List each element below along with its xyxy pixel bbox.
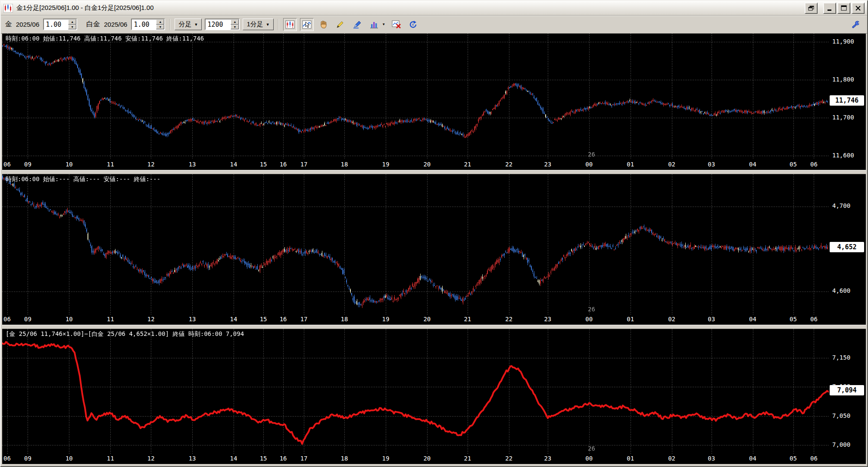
y-axis-label: 7,150 [832,354,850,361]
gold-chart-canvas[interactable] [2,34,829,160]
candle-chart-tool-button[interactable] [283,18,297,31]
x-axis-label: 13 [189,161,196,168]
spread-last-price-badge: 7,094 [830,385,864,395]
y-axis-label: 11,600 [832,152,854,159]
gold-symbol-label: 金 [5,20,12,29]
spinner-down-icon: ▼ [159,25,162,28]
window-title: 金1分足[2025/06]1.00 - 白金1分足[2025/06]1.00 [16,4,805,12]
x-axis-label: 05 [790,316,797,323]
x-axis-label: 00 [585,455,593,462]
pointer-tool-button[interactable] [300,18,314,31]
x-axis-label: 21 [464,161,471,168]
x-axis-label: 19 [382,455,390,462]
interval-label: 1分足 [247,20,263,28]
pencil-tool-button[interactable] [334,18,347,31]
x-axis-label: 22 [505,316,512,323]
x-axis-label: 17 [300,161,308,168]
spread-chart-panel: [金 25/06 11,746×1.00]−[白金 25/06 4,652×1.… [2,329,866,464]
x-axis-label: 04 [749,316,756,323]
bar-type-label: 分足 [178,20,191,28]
bar-chart-tool-button[interactable] [367,18,381,31]
platinum-ohlc-readout: 時刻:06:00 始値:--- 高値:--- 安値:--- 終値:--- [6,176,160,183]
x-axis-label: 11 [107,455,114,462]
bar-chart-dropdown-arrow[interactable]: ▼ [381,18,387,31]
app-icon [3,4,13,13]
gold-y-axis: 11,746 11,90011,80011,70011,600 [829,34,866,170]
x-axis-label: 06 [3,316,11,323]
x-axis-label: 09 [24,161,31,168]
x-axis-label: 16 [280,455,287,462]
x-axis-label: 04 [749,161,756,168]
x-axis-label: 02 [668,455,675,462]
bar-count-up-button[interactable]: ▲ [231,19,239,25]
x-axis-label: 12 [147,316,155,323]
marker-tool-button[interactable] [350,18,364,31]
y-axis-label: 7,000 [832,441,850,448]
x-axis-label: 23 [544,455,551,462]
spread-chart-canvas[interactable] [2,329,829,454]
platinum-plot-area: 時刻:06:00 始値:--- 高値:--- 安値:--- 終値:--- 26 [2,174,829,314]
close-button[interactable] [852,3,865,14]
gold-last-price-badge: 11,746 [830,95,864,106]
x-axis-label: 14 [230,161,237,168]
interval-dropdown[interactable]: 1分足 ▼ [243,19,273,30]
x-axis-label: 02 [668,316,675,323]
x-axis-label: 14 [230,455,237,462]
bar-type-dropdown[interactable]: 分足 ▼ [175,19,202,30]
chart-stack: 時刻:06:00 始値:11,746 高値:11,746 安値:11,746 終… [1,34,867,466]
minimize-button[interactable] [823,3,836,14]
x-axis-label: 22 [505,161,512,168]
spinner-up-icon: ▲ [159,20,162,23]
y-axis-label: 4,600 [832,287,850,294]
x-axis-label: 11 [107,316,114,323]
refresh-button[interactable]: R [406,18,420,31]
hand-tool-button[interactable] [317,18,331,31]
platinum-y-axis: 4,652 4,7004,600 [829,174,866,325]
x-axis-label: 01 [627,161,634,168]
panel-splitter[interactable] [2,325,866,329]
gold-x-axis: 0609101112131415161718192021222300010203… [2,160,829,170]
platinum-x-axis: 0609101112131415161718192021222300010203… [2,314,829,325]
date-marker: 26 [588,445,595,452]
bar-count-input[interactable] [206,19,231,29]
bar-chart-icon [369,20,379,29]
x-axis-label: 03 [708,455,715,462]
gold-multiplier-down-button[interactable]: ▼ [68,25,76,30]
y-axis-label: 7,050 [832,412,850,419]
spinner-down-icon: ▼ [233,25,236,28]
platinum-multiplier-down-button[interactable]: ▼ [156,25,164,30]
maximize-button[interactable] [837,3,850,14]
gold-multiplier-input[interactable] [44,19,68,29]
spinner-up-icon: ▲ [71,20,74,23]
x-axis-label: 04 [749,455,756,462]
x-axis-label: 16 [280,316,287,323]
x-axis-label: 10 [66,316,73,323]
restore-child-window-button[interactable] [805,3,818,14]
chart-delete-icon [392,20,401,29]
x-axis-label: 09 [24,455,31,462]
settings-button[interactable] [849,18,863,31]
x-axis-label: 11 [107,161,114,168]
gold-multiplier-up-button[interactable]: ▲ [68,19,76,25]
app-window: 金1分足[2025/06]1.00 - 白金1分足[2025/06]1.00 金… [0,0,868,467]
titlebar[interactable]: 金1分足[2025/06]1.00 - 白金1分足[2025/06]1.00 [1,1,867,16]
chart-delete-tool-button[interactable] [390,18,403,31]
x-axis-label: 09 [24,316,31,323]
x-axis-label: 20 [423,316,431,323]
bar-count-down-button[interactable]: ▼ [231,25,239,30]
dropdown-arrow-icon: ▼ [194,22,198,27]
panel-splitter[interactable] [2,170,866,174]
date-marker: 26 [588,151,595,158]
svg-text:R: R [412,23,414,27]
x-axis-label: 16 [280,161,287,168]
x-axis-label: 21 [464,455,471,462]
x-axis-label: 22 [505,455,512,462]
platinum-chart-canvas[interactable] [2,174,829,314]
x-axis-label: 06 [810,161,818,168]
x-axis-label: 17 [300,316,308,323]
x-axis-label: 15 [260,161,267,168]
platinum-multiplier-up-button[interactable]: ▲ [156,19,164,25]
dropdown-arrow-icon: ▼ [266,22,270,27]
x-axis-label: 03 [708,316,715,323]
platinum-multiplier-input[interactable] [132,19,156,29]
